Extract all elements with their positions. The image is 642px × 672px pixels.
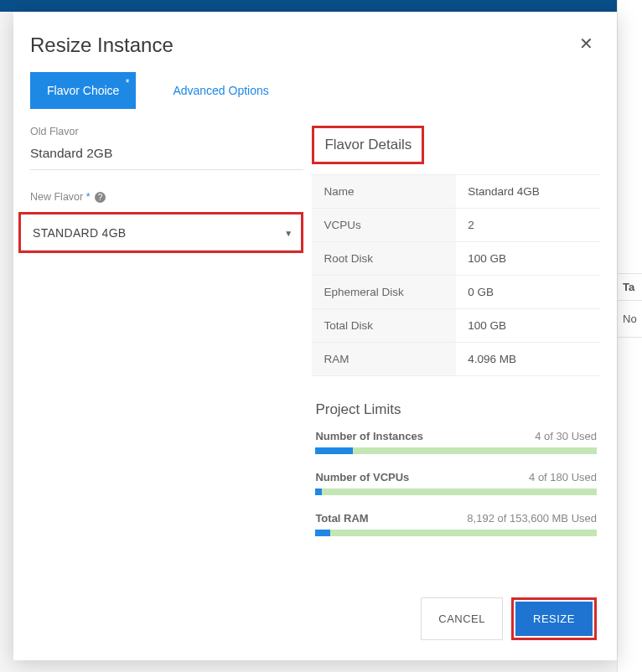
new-flavor-label-text: New Flavor <box>30 191 83 203</box>
resize-highlight-box: RESIZE <box>511 597 597 640</box>
limit-used-text: 8,192 of 153,600 MB Used <box>467 512 597 525</box>
cancel-button[interactable]: CANCEL <box>421 597 503 640</box>
modal-footer: CANCEL RESIZE <box>13 579 617 660</box>
table-row: Name Standard 4GB <box>312 175 600 209</box>
limit-used-text: 4 of 30 Used <box>535 430 597 442</box>
flavor-details-title: Flavor Details <box>312 126 424 164</box>
flavor-details-table: Name Standard 4GB VCPUs 2 Root Disk 100 … <box>312 174 600 376</box>
old-flavor-label: Old Flavor <box>30 126 303 137</box>
limit-instances: Number of Instances 4 of 30 Used <box>312 430 600 454</box>
modal-title: Resize Instance <box>30 34 173 57</box>
backdrop-column-header: Ta <box>618 273 642 301</box>
modal-header: Resize Instance ✕ <box>13 12 617 72</box>
table-row: VCPUs 2 <box>312 209 600 242</box>
limit-label: Total RAM <box>315 512 368 525</box>
right-column: Flavor Details Name Standard 4GB VCPUs 2… <box>312 126 600 553</box>
progress-bar <box>315 488 597 495</box>
modal-body: Old Flavor Standard 2GB New Flavor * ? S… <box>13 109 617 579</box>
tabs: Flavor Choice * Advanced Options <box>13 72 617 109</box>
resize-button[interactable]: RESIZE <box>515 602 593 636</box>
detail-key: Name <box>312 175 456 208</box>
limit-ram: Total RAM 8,192 of 153,600 MB Used <box>312 512 600 536</box>
progress-fill <box>315 447 353 454</box>
close-icon[interactable]: ✕ <box>579 34 593 54</box>
old-flavor-value: Standard 2GB <box>30 146 303 170</box>
detail-key: RAM <box>312 343 456 375</box>
detail-value: 100 GB <box>456 309 600 342</box>
progress-bar <box>315 530 597 536</box>
detail-key: Ephemeral Disk <box>312 276 456 308</box>
backdrop-side-panel: Ta No <box>617 0 642 672</box>
limit-vcpus: Number of VCPUs 4 of 180 Used <box>312 471 600 495</box>
table-row: Total Disk 100 GB <box>312 309 600 343</box>
new-flavor-highlight-box: STANDARD 4GB ▼ <box>18 212 303 253</box>
left-column: Old Flavor Standard 2GB New Flavor * ? S… <box>30 126 303 253</box>
backdrop-cell: No <box>618 301 642 338</box>
detail-value: 2 <box>456 209 600 241</box>
new-flavor-label: New Flavor * ? <box>30 191 106 203</box>
progress-bar <box>315 447 597 454</box>
required-asterisk: * <box>86 191 91 203</box>
limit-used-text: 4 of 180 Used <box>529 471 597 483</box>
table-row: Ephemeral Disk 0 GB <box>312 276 600 309</box>
limit-label: Number of VCPUs <box>315 471 409 483</box>
new-flavor-dropdown[interactable]: STANDARD 4GB ▼ <box>21 215 301 251</box>
resize-instance-modal: Resize Instance ✕ Flavor Choice * Advanc… <box>13 12 617 660</box>
progress-fill <box>315 530 330 536</box>
tab-flavor-choice[interactable]: Flavor Choice * <box>30 72 136 109</box>
dropdown-selected-value: STANDARD 4GB <box>33 226 126 240</box>
limit-label: Number of Instances <box>315 430 423 442</box>
table-row: Root Disk 100 GB <box>312 242 600 276</box>
project-limits-title: Project Limits <box>315 401 600 418</box>
chevron-down-icon: ▼ <box>284 229 293 238</box>
detail-key: Total Disk <box>312 309 456 342</box>
table-row: RAM 4.096 MB <box>312 343 600 376</box>
detail-key: Root Disk <box>312 242 456 275</box>
tab-label: Flavor Choice <box>47 84 119 97</box>
detail-value: 4.096 MB <box>456 343 600 375</box>
progress-fill <box>315 488 321 495</box>
help-icon[interactable]: ? <box>95 192 106 203</box>
detail-value: 100 GB <box>456 242 600 275</box>
detail-value: 0 GB <box>456 276 600 308</box>
required-asterisk: * <box>126 77 130 89</box>
backdrop-header-bar <box>0 0 642 12</box>
detail-value: Standard 4GB <box>456 175 600 208</box>
tab-advanced-options[interactable]: Advanced Options <box>156 72 285 109</box>
detail-key: VCPUs <box>312 209 456 241</box>
